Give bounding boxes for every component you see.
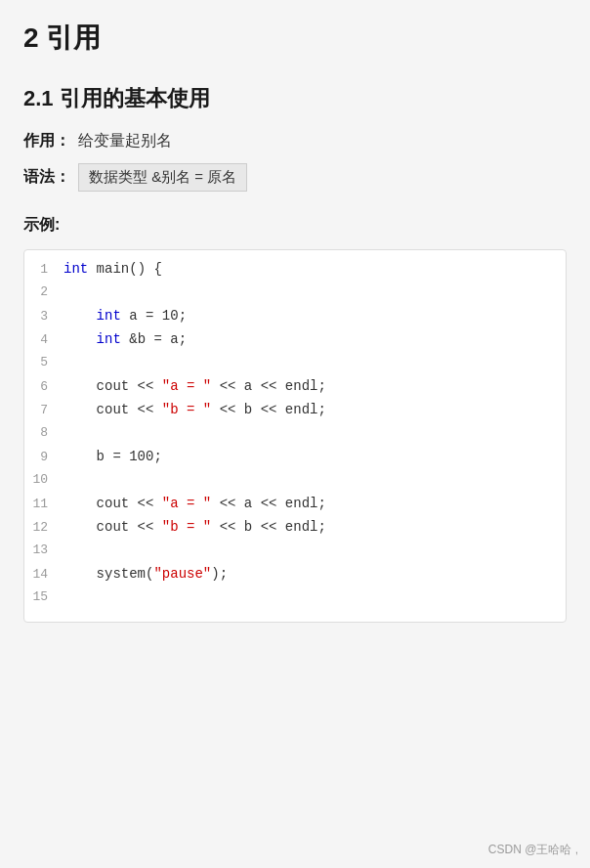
code-line: 1int main() { (24, 260, 566, 283)
token-kw: int (63, 261, 88, 277)
syntax-row: 语法： 数据类型 &别名 = 原名 (23, 163, 567, 192)
token-str: "a = " (162, 378, 211, 394)
line-number: 14 (24, 567, 63, 582)
token-id: main() { (88, 261, 162, 277)
token-kw: int (97, 308, 121, 324)
token-id (63, 308, 97, 324)
code-line: 11 cout << "a = " << a << endl; (24, 495, 566, 518)
token-str: "b = " (162, 402, 211, 417)
token-id: << b << endl; (211, 402, 326, 417)
token-id: cout << (63, 519, 162, 535)
line-number: 15 (24, 589, 63, 604)
line-content: system("pause"); (63, 566, 228, 582)
line-number: 9 (24, 450, 63, 464)
token-str: "pause" (153, 566, 211, 582)
syntax-label: 语法： (23, 167, 70, 188)
token-id: b = 100; (63, 449, 162, 464)
example-label: 示例: (23, 215, 567, 236)
line-number: 11 (24, 497, 63, 511)
line-content: cout << "b = " << b << endl; (63, 402, 326, 417)
code-line: 15 (24, 588, 566, 612)
code-line: 14 system("pause"); (24, 565, 566, 588)
code-line: 7 cout << "b = " << b << endl; (24, 401, 566, 424)
code-line: 13 (24, 542, 566, 565)
token-id: &b = a; (121, 331, 187, 347)
line-number: 4 (24, 332, 63, 347)
code-block: 1int main() {23 int a = 10;4 int &b = a;… (23, 249, 567, 623)
line-number: 8 (24, 425, 63, 440)
token-kw: int (97, 331, 121, 347)
code-line: 10 (24, 471, 566, 495)
code-line: 6 cout << "a = " << a << endl; (24, 377, 566, 401)
watermark: CSDN @王哈哈 , (488, 842, 578, 858)
line-number: 7 (24, 403, 63, 417)
code-line: 4 int &b = a; (24, 330, 566, 354)
code-line: 3 int a = 10; (24, 307, 566, 330)
line-number: 2 (24, 284, 63, 299)
section-title: 2 引用 (23, 20, 567, 65)
role-value: 给变量起别名 (78, 131, 172, 152)
line-content: cout << "b = " << b << endl; (63, 519, 326, 535)
role-label: 作用： (23, 131, 70, 152)
token-str: "a = " (162, 496, 211, 511)
code-line: 2 (24, 283, 566, 307)
token-id: << b << endl; (211, 519, 326, 535)
line-number: 13 (24, 542, 63, 557)
token-id: << a << endl; (211, 378, 326, 394)
line-number: 6 (24, 379, 63, 394)
token-id: << a << endl; (211, 496, 326, 511)
code-line: 9 b = 100; (24, 448, 566, 471)
token-id (63, 331, 97, 347)
token-id: cout << (63, 378, 162, 394)
page-container: 2 引用 2.1 引用的基本使用 作用： 给变量起别名 语法： 数据类型 &别名… (0, 0, 590, 868)
line-content: int &b = a; (63, 331, 187, 347)
role-row: 作用： 给变量起别名 (23, 131, 567, 152)
token-id: cout << (63, 496, 162, 511)
code-line: 8 (24, 424, 566, 448)
line-content: b = 100; (63, 449, 162, 464)
syntax-value: 数据类型 &别名 = 原名 (78, 163, 247, 192)
token-id: cout << (63, 402, 162, 417)
line-content: int a = 10; (63, 308, 187, 324)
line-number: 10 (24, 472, 63, 487)
line-content: cout << "a = " << a << endl; (63, 496, 326, 511)
line-number: 12 (24, 520, 63, 535)
code-line: 5 (24, 354, 566, 377)
token-str: "b = " (162, 519, 211, 535)
code-line: 12 cout << "b = " << b << endl; (24, 518, 566, 542)
line-number: 5 (24, 355, 63, 369)
token-id: a = 10; (121, 308, 187, 324)
subsection-title: 2.1 引用的基本使用 (23, 84, 567, 113)
token-id: system( (63, 566, 153, 582)
token-id: ); (211, 566, 228, 582)
line-number: 1 (24, 262, 63, 277)
line-content: cout << "a = " << a << endl; (63, 378, 326, 394)
line-number: 3 (24, 309, 63, 324)
line-content: int main() { (63, 261, 162, 277)
